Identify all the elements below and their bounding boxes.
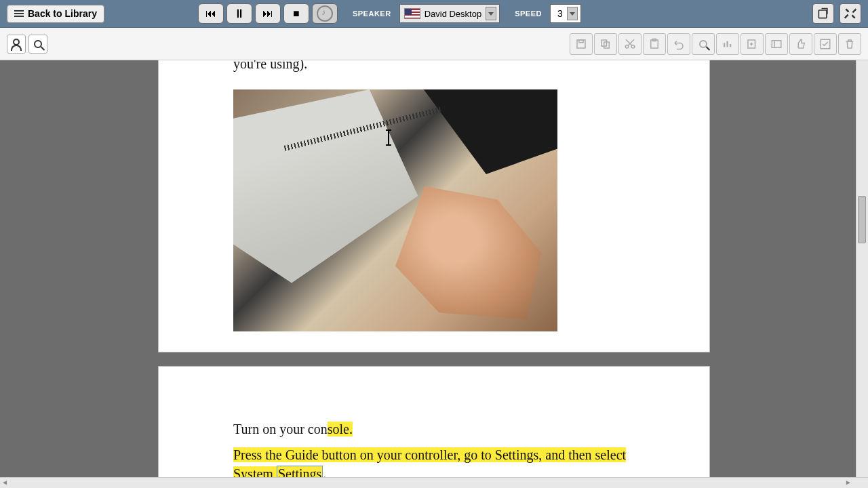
person-search-icon bbox=[12, 40, 20, 48]
save-icon bbox=[575, 38, 587, 50]
check-icon bbox=[819, 38, 831, 50]
zoom-button[interactable] bbox=[692, 33, 715, 55]
bookmark-button[interactable] bbox=[765, 33, 788, 55]
svg-rect-9 bbox=[724, 43, 725, 47]
copy-icon bbox=[599, 38, 612, 50]
svg-rect-11 bbox=[730, 44, 731, 47]
edit-tool-group bbox=[570, 33, 861, 55]
sound-button[interactable] bbox=[716, 33, 739, 55]
svg-rect-0 bbox=[818, 10, 827, 18]
top-toolbar: Back to Library SPEAKER David Desktop SP… bbox=[0, 0, 868, 28]
undo-button[interactable] bbox=[667, 33, 690, 55]
back-label: Back to Library bbox=[28, 8, 97, 19]
previous-button[interactable] bbox=[198, 3, 224, 24]
tools-icon bbox=[844, 7, 857, 20]
save-button[interactable] bbox=[570, 33, 593, 55]
delete-button[interactable] bbox=[838, 33, 861, 55]
playback-controls bbox=[198, 3, 338, 24]
svg-rect-13 bbox=[772, 40, 781, 47]
flag-us-icon bbox=[404, 8, 420, 19]
like-button[interactable] bbox=[789, 33, 812, 55]
search-button[interactable] bbox=[28, 35, 47, 54]
text-highlighted: System bbox=[233, 466, 277, 477]
chevron-down-icon bbox=[486, 7, 496, 20]
add-note-button[interactable] bbox=[741, 33, 764, 55]
body-text-fragment: you're using). bbox=[233, 60, 635, 73]
text-highlighted: sole. bbox=[328, 422, 353, 436]
text-highlighted: Press the Guide button on your controlle… bbox=[233, 447, 626, 462]
speaker-label: SPEAKER bbox=[353, 9, 391, 18]
paste-icon bbox=[648, 38, 660, 50]
speed-dropdown[interactable]: 3 bbox=[550, 4, 581, 23]
stop-icon bbox=[293, 7, 300, 20]
next-button[interactable] bbox=[255, 3, 281, 24]
speed-value: 3 bbox=[557, 8, 563, 19]
body-text: Turn on your console. bbox=[233, 420, 635, 439]
equalizer-icon bbox=[722, 38, 734, 50]
text-plain: Turn on your con bbox=[233, 422, 328, 436]
pause-button[interactable] bbox=[226, 3, 252, 24]
vertical-scrollbar[interactable] bbox=[856, 60, 868, 477]
zoom-icon bbox=[699, 40, 707, 48]
chevron-down-icon bbox=[567, 7, 578, 20]
scroll-thumb[interactable] bbox=[858, 196, 866, 243]
document-page: you're using). bbox=[158, 60, 710, 352]
current-reading-word: Settings bbox=[277, 466, 323, 477]
find-person-button[interactable] bbox=[7, 35, 26, 54]
stop-button[interactable] bbox=[283, 3, 309, 24]
scroll-right-icon: ► bbox=[845, 479, 852, 486]
page-stack: you're using). Turn on your console. Pre… bbox=[158, 60, 710, 477]
search-icon bbox=[34, 40, 42, 48]
export-icon bbox=[816, 7, 830, 20]
horizontal-scrollbar[interactable]: ◄ ► bbox=[0, 477, 868, 488]
svg-rect-1 bbox=[577, 40, 585, 48]
article-image bbox=[233, 89, 557, 331]
copy-button[interactable] bbox=[594, 33, 617, 55]
export-button[interactable] bbox=[812, 3, 834, 24]
audio-mode-button[interactable] bbox=[312, 3, 338, 24]
back-to-library-button[interactable]: Back to Library bbox=[7, 5, 104, 23]
speed-label: SPEED bbox=[515, 9, 542, 18]
body-text: Press the Guide button on your controlle… bbox=[233, 445, 635, 477]
thumbs-up-icon bbox=[795, 38, 807, 50]
scroll-left-icon: ◄ bbox=[1, 479, 8, 486]
pause-icon bbox=[233, 7, 245, 21]
trash-icon bbox=[844, 38, 856, 50]
speaker-value: David Desktop bbox=[425, 9, 482, 19]
scissors-icon bbox=[624, 38, 636, 50]
audio-loop-icon bbox=[317, 5, 333, 22]
svg-rect-10 bbox=[727, 41, 728, 47]
previous-icon bbox=[205, 7, 216, 20]
document-viewport: you're using). Turn on your console. Pre… bbox=[0, 60, 868, 477]
text-plain: . bbox=[323, 466, 326, 477]
note-plus-icon bbox=[746, 38, 758, 50]
bookmark-icon bbox=[770, 38, 783, 50]
cut-button[interactable] bbox=[618, 33, 642, 55]
paste-button[interactable] bbox=[643, 33, 666, 55]
settings-button[interactable] bbox=[840, 3, 861, 24]
document-page: Turn on your console. Press the Guide bu… bbox=[158, 366, 710, 477]
menu-icon bbox=[14, 10, 24, 17]
check-button[interactable] bbox=[814, 33, 837, 55]
next-icon bbox=[262, 7, 273, 20]
edit-toolbar bbox=[0, 28, 868, 60]
svg-rect-2 bbox=[579, 40, 583, 43]
speaker-dropdown[interactable]: David Desktop bbox=[399, 4, 500, 23]
text-cursor-icon bbox=[388, 130, 389, 145]
undo-icon bbox=[673, 38, 685, 50]
